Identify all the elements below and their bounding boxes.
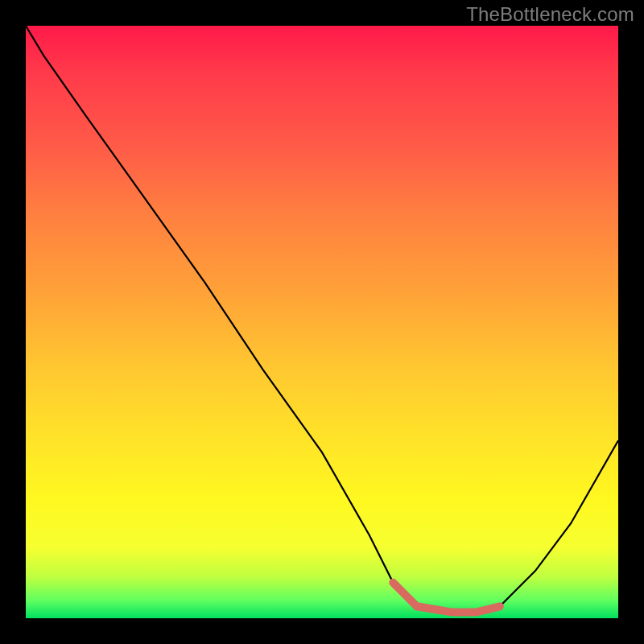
plot-area [26,26,618,618]
min-region-highlight [393,583,500,613]
chart-frame: TheBottleneck.com [0,0,644,644]
attribution-text: TheBottleneck.com [466,3,634,26]
curve-layer [26,26,618,618]
bottleneck-curve [26,26,618,613]
